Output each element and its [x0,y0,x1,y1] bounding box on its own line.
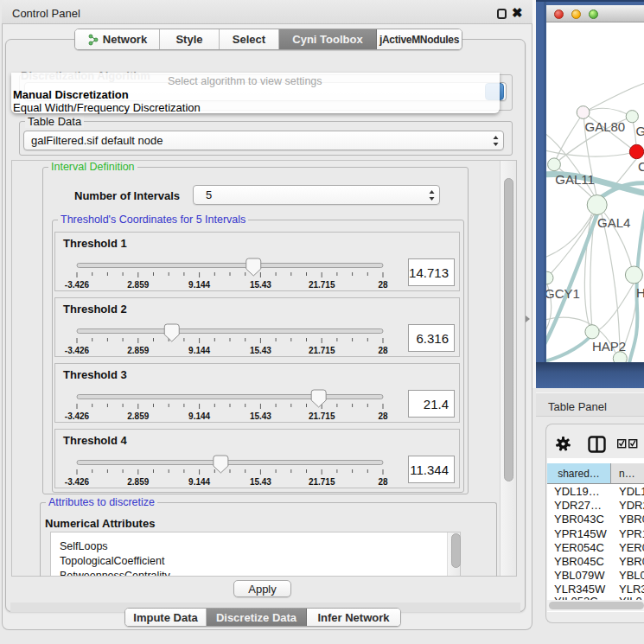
svg-text:9.144: 9.144 [188,477,210,487]
svg-text:G.: G. [635,124,644,138]
svg-text:GAL4: GAL4 [597,215,630,230]
svg-text:-3.426: -3.426 [65,411,90,421]
svg-text:15.43: 15.43 [250,411,271,421]
svg-text:2.859: 2.859 [127,411,149,421]
svg-text:15.43: 15.43 [250,280,271,290]
svg-text:-3.426: -3.426 [65,346,90,355]
svg-text:-3.426: -3.426 [65,280,90,290]
svg-text:GAL11: GAL11 [555,172,595,187]
svg-text:9.144: 9.144 [188,280,210,290]
svg-text:28: 28 [378,346,388,355]
svg-text:21.715: 21.715 [309,477,335,487]
svg-text:2.859: 2.859 [127,280,149,290]
svg-text:28: 28 [378,477,388,487]
svg-text:28: 28 [378,411,388,421]
svg-text:9.144: 9.144 [188,411,210,421]
svg-text:GAL80: GAL80 [585,119,626,134]
svg-text:2.859: 2.859 [127,477,149,487]
svg-text:15.43: 15.43 [250,346,271,355]
svg-text:H: H [636,285,644,300]
svg-text:21.715: 21.715 [309,280,335,290]
svg-text:-3.426: -3.426 [65,477,90,487]
svg-text:GCY1: GCY1 [546,286,580,301]
svg-text:21.715: 21.715 [309,411,335,421]
svg-text:21.715: 21.715 [309,346,335,355]
svg-text:C: C [638,159,644,174]
svg-text:2.859: 2.859 [127,346,149,355]
svg-text:9.144: 9.144 [188,346,210,355]
svg-text:HAP2: HAP2 [592,339,626,354]
svg-text:28: 28 [378,280,388,290]
svg-text:15.43: 15.43 [250,477,271,487]
